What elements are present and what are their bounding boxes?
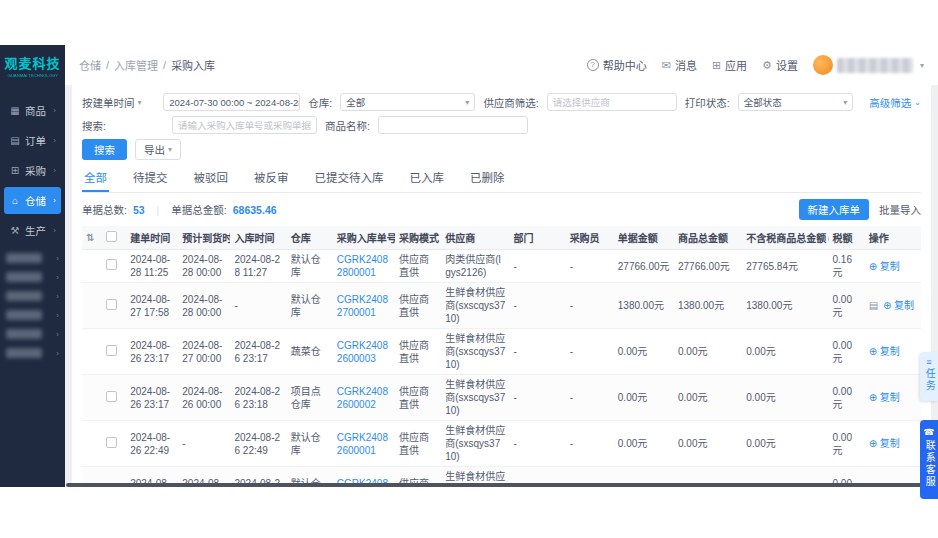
sidebar-item-blurred[interactable]: › <box>6 253 59 263</box>
copy-icon: ⊕ <box>869 261 877 272</box>
warehouse-select[interactable]: 全部 ▾ <box>340 93 475 111</box>
cell-goods-amount: 27766.00元 <box>674 250 742 283</box>
row-checkbox[interactable] <box>106 299 117 310</box>
settings-button[interactable]: ⚙ 设置 <box>762 57 798 73</box>
cell-tax: 0.00元 <box>829 421 865 467</box>
topbar: 仓储/ 入库管理/ 采购入库 ? 帮助中心 ✉ 消息 ⊞ 应用 <box>65 45 938 85</box>
cell-purchase-mode: 供应商直供 <box>395 467 441 484</box>
select-all-checkbox[interactable] <box>106 231 117 242</box>
main-area: 仓储/ 入库管理/ 采购入库 ? 帮助中心 ✉ 消息 ⊞ 应用 <box>65 45 938 487</box>
tab-deleted[interactable]: 已删除 <box>468 165 507 192</box>
search-button[interactable]: 搜索 <box>82 139 127 160</box>
row-checkbox[interactable] <box>106 259 117 270</box>
cell-inbound-time: 2024-08-26 23:17 <box>230 329 286 375</box>
sidebar-item-purchasing[interactable]: ⊞ 采购 › <box>4 157 61 184</box>
product-name-label: 商品名称: <box>325 118 370 133</box>
messages-button[interactable]: ✉ 消息 <box>662 57 697 73</box>
print-icon[interactable]: ▤ <box>869 300 878 311</box>
batch-import-button[interactable]: 批量导入 <box>879 202 921 217</box>
sidebar-item-warehouse[interactable]: ⌂ 仓储 › <box>4 187 61 214</box>
blurred-label <box>6 291 42 301</box>
product-name-input[interactable] <box>378 116 528 134</box>
order-number-link[interactable]: CGRK24082600003 <box>337 340 388 364</box>
date-range-input[interactable]: 2024-07-30 00:00 ~ 2024-08-28 24:00 ▦ <box>163 93 300 111</box>
time-field-select[interactable]: 按建单时间 ▾ <box>82 95 155 110</box>
production-icon: ⚒ <box>9 225 21 236</box>
time-field-label: 按建单时间 <box>82 95 135 110</box>
sidebar-item-blurred[interactable]: › <box>6 329 59 339</box>
horizontal-scrollbar[interactable] <box>66 483 934 487</box>
cell-warehouse: 默认仓库 <box>287 421 333 467</box>
advanced-filter-link[interactable]: 高级筛选 ⌄ <box>869 95 921 110</box>
sidebar-nav: ▦ 商品 › ▤ 订单 › ⊞ 采购 › ⌂ 仓储 › <box>0 94 65 367</box>
cell-actions: ▤ ⊕ 复制 <box>865 375 921 421</box>
cell-buyer: - <box>566 329 614 375</box>
supplier-filter-input[interactable] <box>547 93 677 111</box>
row-checkbox[interactable] <box>106 391 117 402</box>
copy-button[interactable]: ⊕ 复制 <box>869 438 900 449</box>
cell-created-time: 2024-08-26 23:17 <box>126 329 178 375</box>
cell-expected-time: 2024-08-25 00:00 <box>178 467 230 484</box>
chevron-right-icon: › <box>56 292 59 301</box>
copy-button[interactable]: ⊕ 复制 <box>869 346 900 357</box>
new-inbound-order-button[interactable]: 新建入库单 <box>799 199 870 220</box>
tab-submitted-awaiting[interactable]: 已提交待入库 <box>313 165 386 192</box>
cell-warehouse: 项目点仓库 <box>287 375 333 421</box>
expand-all-icon[interactable]: ⇅ <box>86 232 94 243</box>
sidebar-item-blurred[interactable]: › <box>6 310 59 320</box>
copy-icon: ⊕ <box>869 392 877 403</box>
message-icon: ✉ <box>662 59 671 72</box>
tab-inbound-done[interactable]: 已入库 <box>408 165 447 192</box>
search-input[interactable] <box>172 116 317 134</box>
tab-all[interactable]: 全部 <box>82 165 109 192</box>
order-number-link[interactable]: CGRK24082600001 <box>337 432 388 456</box>
cell-expand <box>82 250 102 283</box>
help-center-button[interactable]: ? 帮助中心 <box>587 57 647 73</box>
sidebar-item-production[interactable]: ⚒ 生产 › <box>4 217 61 244</box>
copy-button[interactable]: ⊕ 复制 <box>869 392 900 403</box>
tab-review-reversed[interactable]: 被反审 <box>252 165 291 192</box>
row-checkbox[interactable] <box>106 437 117 448</box>
print-status-select[interactable]: 全部状态 ▾ <box>738 93 854 111</box>
order-number-link[interactable]: CGRK24082600002 <box>337 386 388 410</box>
sidebar-item-products[interactable]: ▦ 商品 › <box>4 97 61 124</box>
cell-supplier: 生鲜食材供应商(sxscqys3710) <box>441 283 509 329</box>
purchasing-icon: ⊞ <box>9 165 21 176</box>
chevron-right-icon: › <box>53 196 56 205</box>
col-goods-amount: 商品总金额 <box>674 226 742 250</box>
cell-buyer: - <box>566 467 614 484</box>
breadcrumb-item[interactable]: 仓储 <box>79 57 101 73</box>
copy-button[interactable]: ⊕ 复制 <box>869 261 900 272</box>
tab-rejected[interactable]: 被驳回 <box>192 165 231 192</box>
table-row: 2024-08-26 23:17 2024-08-27 00:00 2024-0… <box>82 329 921 375</box>
sidebar-item-orders[interactable]: ▤ 订单 › <box>4 127 61 154</box>
contact-support-button[interactable]: ☎ 联系客服 <box>920 420 938 499</box>
copy-icon: ⊕ <box>869 346 877 357</box>
cell-doc-amount: 0.00元 <box>614 329 674 375</box>
cell-warehouse: 默认仓库 <box>287 250 333 283</box>
copy-button[interactable]: ⊕ 复制 <box>883 300 914 311</box>
chevron-down-icon: ▾ <box>843 98 847 107</box>
user-menu[interactable]: ▾ <box>813 55 924 75</box>
order-number-link[interactable]: CGRK24082800001 <box>337 254 388 278</box>
sidebar-item-blurred[interactable]: › <box>6 348 59 358</box>
sidebar-item-blurred[interactable]: › <box>6 272 59 282</box>
cell-doc-amount: 27766.00元 <box>614 250 674 283</box>
apps-button[interactable]: ⊞ 应用 <box>712 57 747 73</box>
cell-goods-amount: 0.00元 <box>674 329 742 375</box>
col-buyer: 采购员 <box>566 226 614 250</box>
sidebar-item-blurred[interactable]: › <box>6 291 59 301</box>
blurred-label <box>6 272 42 282</box>
task-panel-button[interactable]: ≡ 任务 <box>920 352 938 401</box>
print-status-label: 打印状态: <box>685 95 730 110</box>
breadcrumb-item[interactable]: 入库管理 <box>114 57 158 73</box>
chevron-down-icon: ▾ <box>168 145 172 154</box>
table-row: 2024-08-25 18:26 2024-08-25 00:00 2024-0… <box>82 467 921 484</box>
tab-pending-submit[interactable]: 待提交 <box>131 165 170 192</box>
apps-grid-icon: ⊞ <box>712 59 721 72</box>
row-checkbox[interactable] <box>106 345 117 356</box>
cell-inbound-time: - <box>230 283 286 329</box>
order-number-link[interactable]: CGRK24082700001 <box>337 294 388 318</box>
total-amount-label: 单据总金额: <box>171 202 226 217</box>
export-button[interactable]: 导出 ▾ <box>135 139 181 160</box>
